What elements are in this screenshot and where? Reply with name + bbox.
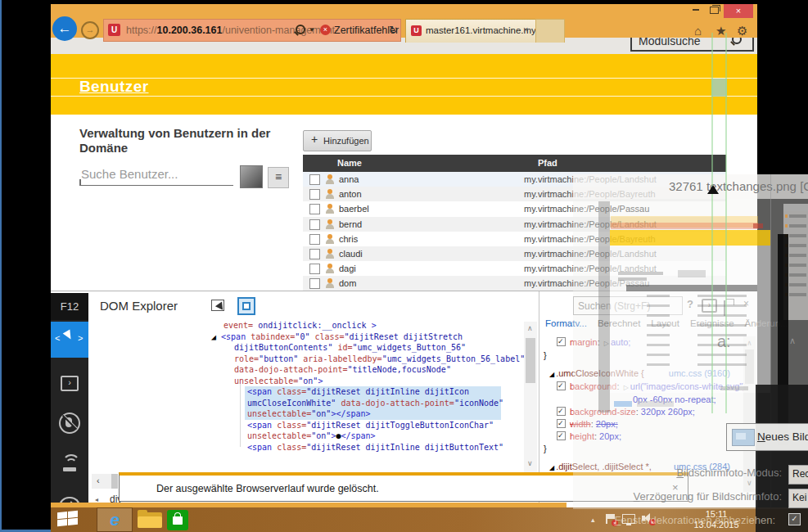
start-button[interactable] [57,511,79,529]
dom-explorer-icon[interactable]: < > [51,322,88,358]
user-name: anna [339,174,359,184]
ghost-side-row [789,224,806,228]
ghost-mini-row [697,324,747,327]
minimize-button[interactable] [688,4,704,16]
ghost-mini-row [647,344,670,346]
column-path[interactable]: Pfad [538,158,557,168]
tab-close-icon[interactable]: × [523,25,528,34]
screenshot-delay-select[interactable]: Kei [788,489,808,508]
ghost-letter: a: [717,332,731,351]
code-line[interactable]: <span class="dijitReset dijitToggleButto… [88,420,575,431]
user-name: chris [339,234,358,244]
browser-tab[interactable]: U master161.virtmachine.my ... × [405,19,536,43]
home-icon[interactable]: ⌂ [694,24,702,38]
search-icon[interactable] [296,25,305,34]
scroll-thumb[interactable] [526,338,535,383]
forward-button[interactable]: → [81,21,99,39]
css-prop-checkbox[interactable] [557,419,566,428]
screenshot-mode-select[interactable]: Rec [788,465,808,485]
taskbar-store-button[interactable] [167,510,188,530]
code-line[interactable]: dijitButtonContents" id="umc_widgets_But… [88,342,575,354]
ghost-side-row [785,214,788,218]
ghost-salmon-strip [611,223,758,229]
code-line[interactable]: event= ondijitclick:__onclick > [88,320,575,331]
hscroll-thumb[interactable] [111,474,118,489]
dom-tree[interactable]: event= ondijitclick:__onclick >◢ <span t… [88,320,575,476]
back-button[interactable]: ← [52,16,77,41]
ghost-side-row [789,273,806,277]
ghost-window-title: 32761 textchanges.png [Geä [669,179,808,193]
minimize-icon [693,9,699,11]
page-title: Benutzer [79,78,149,96]
code-line[interactable]: <span class="dijitReset dijitInline diji… [88,386,575,398]
tray-expand-icon[interactable]: ▴ [591,516,595,524]
new-screenshot-label: Neues Bildsch [757,431,808,443]
address-bar[interactable]: U https://10.200.36.161/univention-manag… [103,19,401,42]
new-tab-stub[interactable] [535,19,565,43]
taskbar-ie-button[interactable]: e [97,507,133,532]
row-checkbox[interactable] [309,249,320,259]
hamburger-icon: ≡ [275,170,282,183]
user-search-input[interactable]: Suche Benutzer... [79,164,233,186]
highlight-element-icon[interactable] [237,297,255,315]
code-line[interactable]: role="button" aria-labelledby="umc_widge… [88,354,575,365]
plus-icon: + [311,133,318,146]
screen: Modulsuche Benutzer Verwaltung von Benut… [0,0,808,532]
row-checkbox[interactable] [309,219,320,230]
network-icon[interactable] [51,444,88,480]
code-line[interactable]: unselectable="on"></span> [88,408,575,420]
code-line[interactable]: umcCloseIconWhite" data-dojo-attach-poin… [88,398,575,409]
dropdown-arrow-icon[interactable]: ▼ [309,26,315,34]
scroll-down-icon[interactable]: ∨ [527,459,533,467]
code-horizontal-scrollbar[interactable]: ‹ [92,474,118,489]
ghost-mini-row [697,304,747,307]
taskbar-explorer-button[interactable] [138,512,162,528]
search-submit-button[interactable] [240,165,263,188]
code-vertical-scrollbar[interactable]: ∧ ∨ [524,322,537,474]
css-prop-checkbox[interactable] [557,407,566,416]
table-header: Name Pfad [303,155,726,172]
url-text: https://10.200.36.161/univention-managem… [126,25,338,36]
restore-button[interactable] [706,4,722,16]
code-line[interactable]: unselectable="on"> [88,376,575,387]
row-checkbox[interactable] [309,234,320,245]
debugger-icon[interactable] [51,404,88,440]
code-line[interactable]: unselectable="on">●</span> [88,431,575,442]
new-screenshot-button[interactable]: Neues Bildsch [726,423,808,451]
css-prop-checkbox[interactable] [557,337,566,346]
css-prop-checkbox[interactable] [557,431,566,440]
screenshot-mode-label: Bildschirmfoto-Modus: [676,467,782,479]
select-element-icon[interactable] [211,300,224,311]
close-icon: × [736,6,741,16]
row-checkbox[interactable] [309,278,320,289]
settings-icon[interactable]: ⚙ [737,24,747,38]
devtools-panel-title[interactable]: DOM Explorer [100,299,178,313]
refresh-icon[interactable]: ↻ [389,24,398,36]
close-button[interactable]: × [724,4,753,18]
store-icon [173,516,183,525]
mouse-cursor-stem [711,188,715,193]
column-name[interactable]: Name [337,158,362,168]
row-checkbox[interactable] [309,264,320,274]
row-checkbox[interactable] [309,174,320,185]
tray-action-center-icon[interactable]: × [606,514,607,524]
code-line[interactable]: <span class="dijitReset dijitInline diji… [88,442,575,453]
header-divider-bottom [51,96,757,97]
add-user-button[interactable]: + Hinzufügen [303,130,372,151]
row-checkbox[interactable] [309,189,320,200]
row-checkbox[interactable] [309,204,320,214]
user-name: dagi [339,264,356,273]
screenshot-delay-label: Verzögerung für Bildschirmfoto: [634,490,782,503]
notification-text: Der ausgewählte Browserverlauf wurde gel… [156,483,379,494]
desktop-black-area [757,0,808,174]
window-decoration-checkbox[interactable]: ✓ [788,513,801,525]
list-options-button[interactable]: ≡ [268,167,289,188]
scroll-up-icon[interactable]: ∧ [527,324,533,332]
scroll-left-icon[interactable]: ‹ [97,474,100,488]
code-line[interactable]: ◢ <span tabindex="0" class="dijitReset d… [88,331,575,343]
code-line[interactable]: data-dojo-attach-point="titleNode,focusN… [88,364,575,376]
css-prop-checkbox[interactable] [557,381,566,390]
ghost-scroll-up-icon: ∧ [789,336,796,346]
console-icon[interactable]: › [51,365,88,401]
devtools-icon-strip: < > › ▾ [51,320,88,508]
